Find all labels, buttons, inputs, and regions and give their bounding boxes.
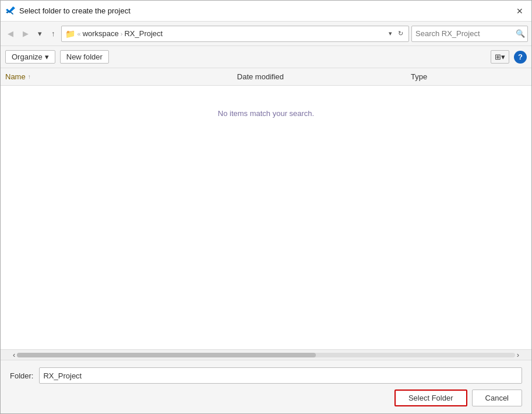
folder-label: Folder: bbox=[10, 371, 33, 380]
cancel-button[interactable]: Cancel bbox=[472, 390, 522, 406]
nav-bar: ◀ ▶ ▾ ↑ 📁 « workspace › RX_Project ▾ ↻ bbox=[1, 22, 531, 46]
col-date-header[interactable]: Date modified bbox=[237, 72, 411, 81]
empty-message: No items match your search. bbox=[218, 109, 314, 118]
close-button[interactable]: ✕ bbox=[513, 5, 527, 17]
up-button[interactable]: ↑ bbox=[48, 27, 59, 40]
content-area: No items match your search. bbox=[1, 86, 531, 349]
organize-button[interactable]: Organize ▾ bbox=[5, 50, 55, 64]
search-bar: 🔍 bbox=[411, 26, 528, 42]
organize-chevron-icon: ▾ bbox=[45, 52, 49, 61]
folder-row: Folder: bbox=[10, 367, 522, 384]
h-scroll-thumb[interactable] bbox=[17, 353, 316, 357]
buttons-row: Select Folder Cancel bbox=[10, 390, 522, 406]
breadcrumb-rxproject: RX_Project bbox=[124, 29, 163, 38]
scroll-right-button[interactable]: › bbox=[515, 350, 521, 359]
back-button[interactable]: ◀ bbox=[4, 27, 17, 40]
col-name-header[interactable]: Name ↑ bbox=[5, 72, 237, 81]
h-scroll-area: ‹ › bbox=[1, 349, 531, 360]
history-dropdown-button[interactable]: ▾ bbox=[34, 27, 45, 40]
address-bar[interactable]: 📁 « workspace › RX_Project ▾ ↻ bbox=[61, 26, 410, 42]
chevron-down-icon: ▾ bbox=[38, 29, 42, 38]
bottom-area: Folder: Select Folder Cancel bbox=[1, 360, 531, 413]
view-chevron-icon: ▾ bbox=[501, 52, 505, 61]
search-input[interactable] bbox=[415, 29, 513, 38]
dialog: Select folder to create the project ✕ ◀ … bbox=[0, 0, 532, 414]
refresh-button[interactable]: ↻ bbox=[396, 29, 405, 38]
search-icon: 🔍 bbox=[516, 29, 525, 38]
address-dropdown-button[interactable]: ▾ bbox=[387, 29, 394, 38]
breadcrumb-arrow: › bbox=[121, 30, 123, 37]
help-button[interactable]: ? bbox=[514, 51, 527, 64]
view-button[interactable]: ⊞ ▾ bbox=[491, 50, 509, 64]
breadcrumb-separator: « bbox=[77, 30, 81, 37]
h-scroll-track[interactable] bbox=[17, 353, 515, 357]
folder-input[interactable] bbox=[39, 367, 522, 384]
back-icon: ◀ bbox=[8, 29, 13, 38]
new-folder-label: New folder bbox=[66, 52, 103, 61]
vscode-icon bbox=[5, 6, 16, 16]
toolbar: Organize ▾ New folder ⊞ ▾ ? bbox=[1, 46, 531, 68]
select-folder-button[interactable]: Select Folder bbox=[394, 390, 467, 406]
title-bar: Select folder to create the project ✕ bbox=[1, 1, 531, 22]
breadcrumb-workspace: workspace bbox=[83, 29, 119, 38]
folder-icon: 📁 bbox=[65, 29, 75, 38]
view-grid-icon: ⊞ bbox=[495, 52, 501, 61]
column-headers: Name ↑ Date modified Type bbox=[1, 68, 531, 86]
sort-arrow-icon: ↑ bbox=[28, 73, 31, 80]
new-folder-button[interactable]: New folder bbox=[60, 50, 109, 64]
col-type-header[interactable]: Type bbox=[411, 72, 527, 81]
forward-icon: ▶ bbox=[23, 29, 29, 38]
organize-label: Organize bbox=[12, 52, 43, 61]
dialog-title: Select folder to create the project bbox=[19, 6, 131, 15]
scroll-left-button[interactable]: ‹ bbox=[11, 350, 17, 359]
forward-button[interactable]: ▶ bbox=[19, 27, 32, 40]
title-bar-left: Select folder to create the project bbox=[5, 6, 131, 16]
breadcrumb: « workspace › RX_Project bbox=[77, 29, 385, 38]
up-icon: ↑ bbox=[51, 29, 55, 38]
